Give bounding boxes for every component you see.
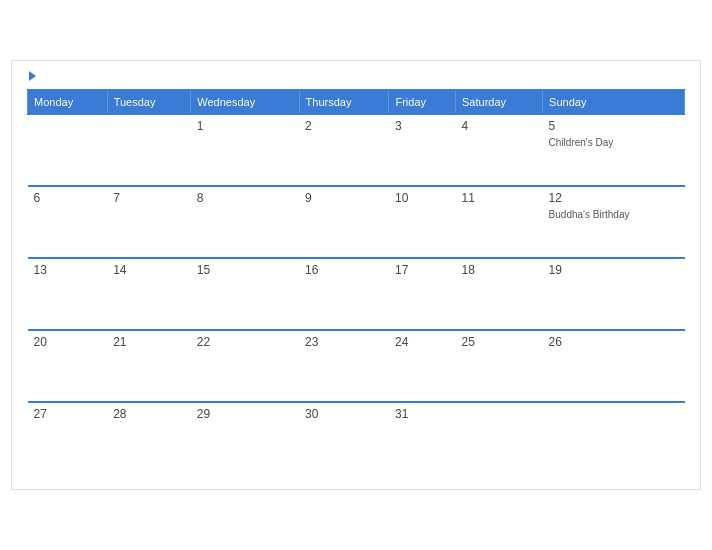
day-cell-17: 17 bbox=[389, 258, 456, 330]
week-row-2: 6789101112Buddha's Birthday bbox=[28, 186, 685, 258]
day-cell-empty bbox=[456, 402, 543, 474]
week-row-4: 20212223242526 bbox=[28, 330, 685, 402]
day-cell-14: 14 bbox=[107, 258, 191, 330]
day-cell-empty bbox=[28, 114, 108, 186]
col-sunday: Sunday bbox=[543, 90, 685, 114]
holiday-label: Buddha's Birthday bbox=[549, 209, 679, 220]
col-wednesday: Wednesday bbox=[191, 90, 299, 114]
day-cell-4: 4 bbox=[456, 114, 543, 186]
col-friday: Friday bbox=[389, 90, 456, 114]
day-cell-5: 5Children's Day bbox=[543, 114, 685, 186]
day-cell-12: 12Buddha's Birthday bbox=[543, 186, 685, 258]
day-cell-31: 31 bbox=[389, 402, 456, 474]
day-cell-9: 9 bbox=[299, 186, 389, 258]
day-cell-3: 3 bbox=[389, 114, 456, 186]
calendar-container: Monday Tuesday Wednesday Thursday Friday… bbox=[11, 60, 701, 490]
logo-blue-text bbox=[27, 71, 36, 81]
day-cell-11: 11 bbox=[456, 186, 543, 258]
day-cell-28: 28 bbox=[107, 402, 191, 474]
logo-triangle-icon bbox=[29, 71, 36, 81]
day-cell-30: 30 bbox=[299, 402, 389, 474]
day-cell-21: 21 bbox=[107, 330, 191, 402]
week-row-1: 12345Children's Day bbox=[28, 114, 685, 186]
day-cell-29: 29 bbox=[191, 402, 299, 474]
holiday-label: Children's Day bbox=[549, 137, 679, 148]
day-cell-16: 16 bbox=[299, 258, 389, 330]
day-cell-25: 25 bbox=[456, 330, 543, 402]
col-monday: Monday bbox=[28, 90, 108, 114]
day-cell-19: 19 bbox=[543, 258, 685, 330]
day-cell-26: 26 bbox=[543, 330, 685, 402]
day-cell-15: 15 bbox=[191, 258, 299, 330]
day-cell-empty bbox=[543, 402, 685, 474]
col-saturday: Saturday bbox=[456, 90, 543, 114]
week-row-3: 13141516171819 bbox=[28, 258, 685, 330]
day-cell-18: 18 bbox=[456, 258, 543, 330]
day-cell-27: 27 bbox=[28, 402, 108, 474]
col-tuesday: Tuesday bbox=[107, 90, 191, 114]
col-thursday: Thursday bbox=[299, 90, 389, 114]
day-cell-10: 10 bbox=[389, 186, 456, 258]
calendar-grid: Monday Tuesday Wednesday Thursday Friday… bbox=[27, 89, 685, 474]
day-cell-2: 2 bbox=[299, 114, 389, 186]
day-cell-22: 22 bbox=[191, 330, 299, 402]
calendar-header-row: Monday Tuesday Wednesday Thursday Friday… bbox=[28, 90, 685, 114]
day-cell-24: 24 bbox=[389, 330, 456, 402]
day-cell-20: 20 bbox=[28, 330, 108, 402]
calendar-header bbox=[27, 71, 685, 81]
week-row-5: 2728293031 bbox=[28, 402, 685, 474]
day-cell-7: 7 bbox=[107, 186, 191, 258]
logo bbox=[27, 71, 36, 81]
day-cell-23: 23 bbox=[299, 330, 389, 402]
day-cell-1: 1 bbox=[191, 114, 299, 186]
day-cell-8: 8 bbox=[191, 186, 299, 258]
day-cell-6: 6 bbox=[28, 186, 108, 258]
day-cell-13: 13 bbox=[28, 258, 108, 330]
day-cell-empty bbox=[107, 114, 191, 186]
